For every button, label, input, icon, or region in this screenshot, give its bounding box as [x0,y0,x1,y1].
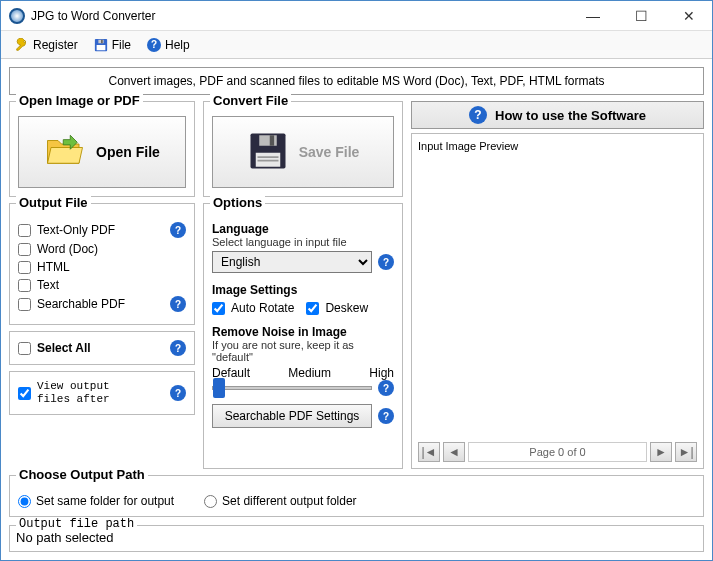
window-title: JPG to Word Converter [31,9,578,23]
help-pdf-settings[interactable]: ? [378,408,394,424]
disk-icon [94,38,108,52]
floppy-disk-icon [247,130,289,175]
app-icon [9,8,25,24]
lbl-text-only-pdf: Text-Only PDF [37,223,164,237]
output-file-title: Output File [16,195,91,210]
menubar: Register File ? Help [1,31,712,59]
lbl-searchable-pdf: Searchable PDF [37,297,164,311]
help-select-all[interactable]: ? [170,340,186,356]
language-title: Language [212,222,394,236]
radio-same-folder[interactable] [18,495,31,508]
options-title: Options [210,195,265,210]
svg-rect-1 [96,45,105,50]
folder-open-icon [44,130,86,175]
image-settings-title: Image Settings [212,283,394,297]
chk-auto-rotate[interactable] [212,302,225,315]
howto-title: How to use the Software [495,108,646,123]
svg-rect-8 [257,156,278,158]
chk-html[interactable] [18,261,31,274]
lbl-select-all: Select All [37,341,164,355]
help-text-only-pdf[interactable]: ? [170,222,186,238]
slider-label-high: High [369,366,394,380]
lbl-same-folder: Set same folder for output [36,494,174,508]
lbl-deskew: Deskew [325,301,368,315]
output-path-value: No path selected [16,530,697,545]
noise-title: Remove Noise in Image [212,325,394,339]
help-language[interactable]: ? [378,254,394,270]
language-desc: Select language in input file [212,236,394,248]
menu-register[interactable]: Register [9,36,84,54]
svg-rect-9 [257,159,278,161]
lbl-html: HTML [37,260,186,274]
noise-desc: If you are not sure, keep it as "default… [212,339,394,363]
help-searchable-pdf[interactable]: ? [170,296,186,312]
open-file-label: Open File [96,144,160,160]
howto-help-icon: ? [469,106,487,124]
choose-path-title: Choose Output Path [16,467,148,482]
key-icon [15,38,29,52]
menu-file-label: File [112,38,131,52]
svg-rect-7 [269,135,273,146]
help-noise[interactable]: ? [378,380,394,396]
preview-group: Input Image Preview |◄ ◄ Page 0 of 0 ► ►… [411,133,704,469]
preview-label: Input Image Preview [418,140,697,152]
svg-rect-3 [101,39,103,43]
lbl-word: Word (Doc) [37,242,186,256]
minimize-button[interactable]: — [578,6,608,26]
chk-text-only-pdf[interactable] [18,224,31,237]
pager-next[interactable]: ► [650,442,672,462]
output-path-title: Output file path [16,517,137,531]
chk-select-all[interactable] [18,342,31,355]
howto-bar[interactable]: ? How to use the Software [411,101,704,129]
searchable-pdf-settings-button[interactable]: Searchable PDF Settings [212,404,372,428]
pager-prev[interactable]: ◄ [443,442,465,462]
help-view-after[interactable]: ? [170,385,186,401]
open-file-button[interactable]: Open File [18,116,186,188]
pager-label: Page 0 of 0 [468,442,647,462]
lbl-auto-rotate: Auto Rotate [231,301,294,315]
radio-diff-folder[interactable] [204,495,217,508]
preview-area [418,156,697,438]
close-button[interactable]: ✕ [674,6,704,26]
chk-text[interactable] [18,279,31,292]
help-icon: ? [147,38,161,52]
save-file-label: Save File [299,144,360,160]
chk-deskew[interactable] [306,302,319,315]
maximize-button[interactable]: ☐ [626,6,656,26]
language-select[interactable]: English [212,251,372,273]
chk-word[interactable] [18,243,31,256]
pager-first[interactable]: |◄ [418,442,440,462]
open-section-title: Open Image or PDF [16,93,143,108]
menu-file[interactable]: File [88,36,137,54]
menu-help[interactable]: ? Help [141,36,196,54]
menu-help-label: Help [165,38,190,52]
noise-slider[interactable] [212,386,372,390]
lbl-view-after: View output files after [37,380,164,406]
save-file-button[interactable]: Save File [212,116,394,188]
pager-last[interactable]: ►| [675,442,697,462]
banner-text: Convert images, PDF and scanned files to… [9,67,704,95]
lbl-text: Text [37,278,186,292]
menu-register-label: Register [33,38,78,52]
convert-section-title: Convert File [210,93,291,108]
lbl-diff-folder: Set different output folder [222,494,357,508]
titlebar: JPG to Word Converter — ☐ ✕ [1,1,712,31]
chk-searchable-pdf[interactable] [18,298,31,311]
chk-view-after[interactable] [18,387,31,400]
